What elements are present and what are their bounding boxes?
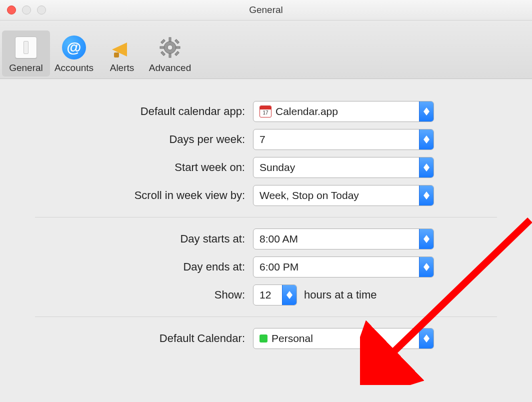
svg-marker-17 [424, 196, 430, 200]
svg-marker-19 [424, 239, 430, 243]
show-hours-value: 12 [260, 289, 271, 301]
tab-general[interactable]: General [2, 30, 50, 76]
svg-marker-12 [424, 136, 430, 140]
start-week-popup[interactable]: Sunday [253, 157, 434, 178]
svg-marker-13 [424, 140, 430, 144]
preferences-window: General General @ Accounts Alerts [0, 0, 532, 402]
label-days-per-week: Days per week: [35, 133, 253, 146]
day-ends-popup[interactable]: 6:00 PM [253, 256, 434, 278]
days-per-week-popup[interactable]: 7 [253, 129, 434, 150]
svg-rect-5 [176, 46, 180, 48]
svg-marker-16 [424, 192, 430, 196]
gear-icon [158, 36, 182, 60]
show-hours-popup[interactable]: 12 [253, 284, 297, 306]
stepper-icon [419, 158, 434, 178]
row-default-calendar: Default Calendar: Personal [35, 328, 497, 349]
tab-advanced[interactable]: Advanced [146, 30, 194, 76]
label-default-app: Default calendar app: [35, 105, 253, 118]
calendar-color-swatch [260, 334, 268, 342]
svg-rect-2 [169, 38, 171, 42]
svg-marker-22 [286, 291, 292, 295]
titlebar: General [0, 0, 532, 20]
window-title: General [0, 4, 532, 16]
divider [35, 316, 497, 317]
svg-marker-10 [424, 108, 430, 112]
svg-point-1 [168, 45, 172, 50]
stepper-icon [419, 130, 434, 150]
svg-marker-20 [424, 263, 430, 267]
start-week-value: Sunday [260, 162, 295, 174]
stepper-icon [419, 102, 434, 122]
svg-marker-25 [424, 338, 430, 342]
svg-rect-8 [161, 52, 165, 56]
label-scroll-week: Scroll in week view by: [35, 189, 253, 202]
svg-rect-6 [161, 40, 165, 44]
row-day-ends: Day ends at: 6:00 PM [35, 256, 497, 278]
day-ends-value: 6:00 PM [260, 261, 298, 273]
show-suffix: hours at a time [304, 288, 377, 302]
tab-accounts[interactable]: @ Accounts [50, 30, 98, 76]
svg-marker-23 [286, 295, 292, 299]
label-day-ends: Day ends at: [35, 260, 253, 274]
scroll-week-value: Week, Stop on Today [260, 190, 359, 202]
divider [35, 217, 497, 218]
row-day-starts: Day starts at: 8:00 AM [35, 228, 497, 250]
svg-marker-11 [424, 112, 430, 116]
svg-rect-3 [169, 54, 171, 58]
default-calendar-value: Personal [272, 332, 313, 344]
svg-marker-14 [424, 164, 430, 168]
row-show-hours: Show: 12 hours at a time [35, 284, 497, 306]
svg-marker-21 [424, 267, 430, 271]
svg-rect-7 [175, 40, 179, 44]
day-starts-popup[interactable]: 8:00 AM [253, 228, 434, 250]
default-app-value: Calendar.app [276, 106, 338, 118]
row-start-week: Start week on: Sunday [35, 157, 497, 178]
tab-label: General [2, 62, 50, 74]
stepper-icon [419, 328, 434, 348]
stepper-icon [282, 285, 296, 305]
svg-marker-15 [424, 168, 430, 172]
day-starts-value: 8:00 AM [260, 233, 298, 245]
tab-label: Accounts [50, 62, 98, 74]
days-per-week-value: 7 [260, 134, 266, 146]
svg-marker-18 [424, 235, 430, 239]
row-default-app: Default calendar app: Calendar.app [35, 101, 497, 122]
default-app-popup[interactable]: Calendar.app [253, 101, 434, 122]
default-calendar-popup[interactable]: Personal [253, 328, 434, 349]
stepper-icon [419, 257, 434, 277]
stepper-icon [419, 186, 434, 206]
label-default-calendar: Default Calendar: [35, 332, 253, 345]
preferences-toolbar: General @ Accounts Alerts [0, 20, 532, 79]
row-scroll-week: Scroll in week view by: Week, Stop on To… [35, 185, 497, 206]
svg-marker-24 [424, 334, 430, 338]
tab-alerts[interactable]: Alerts [98, 30, 146, 76]
stepper-icon [419, 229, 434, 249]
tab-label: Advanced [146, 62, 194, 74]
scroll-week-popup[interactable]: Week, Stop on Today [253, 185, 434, 206]
label-show: Show: [35, 288, 253, 302]
settings-content: Default calendar app: Calendar.app Days … [0, 79, 532, 349]
switch-icon [15, 36, 37, 58]
calendar-icon [260, 106, 272, 118]
at-sign-icon: @ [62, 36, 86, 60]
label-day-starts: Day starts at: [35, 232, 253, 246]
label-start-week: Start week on: [35, 161, 253, 174]
megaphone-icon [110, 36, 134, 60]
tab-label: Alerts [98, 62, 146, 74]
svg-rect-9 [175, 52, 179, 56]
svg-rect-4 [160, 46, 164, 48]
row-days-per-week: Days per week: 7 [35, 129, 497, 150]
